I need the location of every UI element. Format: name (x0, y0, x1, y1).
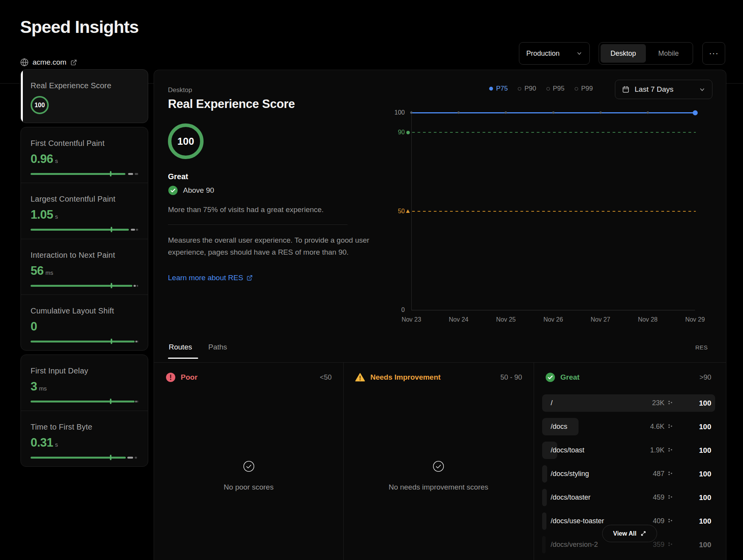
metric-threshold-bar (31, 455, 138, 460)
y-tick-label: 0 (382, 307, 405, 313)
route-row[interactable]: /docs/styling487100 (542, 465, 715, 483)
samples-icon (668, 541, 673, 547)
metric-label: Largest Contentful Paint (31, 195, 138, 204)
route-name: / (551, 399, 553, 407)
legend-dot-icon (546, 87, 550, 91)
x-tick-label: Nov 25 (496, 316, 516, 323)
metric-threshold-bar (31, 227, 138, 232)
bar-value-marker (110, 399, 111, 404)
series-point-dot (457, 111, 460, 114)
route-density-bar (542, 512, 546, 530)
chevron-down-icon (576, 50, 582, 57)
series-point-dot (410, 111, 413, 114)
poor-empty-text: No poor scores (154, 483, 343, 491)
score-value: 100 (177, 135, 194, 147)
p75-series-line (411, 112, 695, 113)
poor-column-range: <50 (320, 373, 332, 382)
external-link-icon (70, 59, 77, 66)
series-point-dot (505, 111, 507, 114)
needs-improvement-column-range: 50 - 90 (500, 373, 522, 382)
main-panel: Desktop Real Experience Score P75P90P95P… (154, 70, 726, 560)
route-row[interactable]: /docs4.6K100 (542, 418, 715, 435)
bar-mid-segment (135, 401, 137, 402)
metric-card-group: First Input Delay3msTime to First Byte0.… (21, 354, 148, 467)
tab-routes[interactable]: Routes (169, 343, 192, 351)
legend-dot-icon (489, 87, 493, 91)
metric-card-group: First Contentful Paint0.96sLargest Conte… (21, 127, 148, 351)
route-row[interactable]: /docs/toaster459100 (542, 489, 715, 506)
y-axis-line (411, 111, 412, 310)
route-name: /docs/toast (551, 446, 584, 454)
needs-improvement-empty-text: No needs improvement scores (343, 483, 534, 491)
bar-value-marker (111, 283, 112, 288)
route-row[interactable]: /23K100 (542, 394, 715, 412)
route-row[interactable]: /docs/toast1.9K100 (542, 442, 715, 459)
device-toggle: DesktopMobile (599, 42, 693, 65)
sidebar-metric-inp[interactable]: Interaction to Next Paint56ms (21, 239, 148, 295)
legend-item-p95[interactable]: P95 (546, 85, 565, 92)
more-button[interactable]: ··· (702, 42, 725, 65)
route-density-bar (542, 536, 546, 553)
x-tick-label: Nov 24 (449, 316, 469, 323)
samples-icon (668, 518, 673, 523)
sidebar-metric-res[interactable]: Real Experience Score100 (21, 70, 148, 123)
series-point-dot (599, 111, 602, 114)
globe-icon (20, 58, 29, 67)
learn-more-link[interactable]: Learn more about RES (168, 274, 253, 282)
bar-end-segment (137, 401, 138, 402)
route-score: 100 (690, 423, 711, 431)
route-score: 100 (690, 541, 711, 549)
sidebar-metric-ttfb[interactable]: Time to First Byte0.31s (21, 411, 148, 467)
bar-mid-segment (128, 173, 134, 175)
legend-item-p99[interactable]: P99 (575, 85, 593, 92)
metric-value: 56ms (31, 264, 138, 278)
samples-icon (668, 400, 673, 405)
sidebar-metric-cls[interactable]: Cumulative Layout Shift0 (21, 295, 148, 350)
needs-improvement-empty-state: No needs improvement scores (343, 461, 534, 491)
environment-select[interactable]: Production (519, 42, 590, 65)
sidebar-metric-lcp[interactable]: Largest Contentful Paint1.05s (21, 183, 148, 238)
x-tick-label: Nov 29 (685, 316, 705, 323)
view-all-label: View All (613, 530, 636, 537)
bar-good-segment (31, 401, 135, 402)
date-range-button[interactable]: Last 7 Days (615, 80, 712, 99)
device-tab-desktop[interactable]: Desktop (601, 44, 646, 63)
percentile-legend: P75P90P95P99 (489, 85, 593, 92)
route-score: 100 (690, 517, 711, 526)
metric-label: Time to First Byte (31, 423, 138, 432)
route-density-bar (542, 394, 715, 412)
chevron-down-icon (699, 86, 705, 93)
route-score: 100 (690, 446, 711, 455)
samples-icon (668, 471, 673, 476)
legend-item-p75[interactable]: P75 (489, 85, 508, 92)
metric-label: First Input Delay (31, 366, 138, 375)
metric-card-group: Real Experience Score100 (21, 69, 148, 123)
alert-triangle-icon (355, 372, 365, 382)
metric-score-ring: 100 (31, 96, 49, 114)
poor-column-title: Poor (181, 373, 197, 382)
sidebar-metric-fcp[interactable]: First Contentful Paint0.96s (21, 127, 148, 183)
bar-value-marker (111, 339, 112, 344)
route-density-bar (542, 465, 547, 483)
needs-improvement-column-title: Needs Improvement (370, 373, 441, 382)
device-tab-mobile[interactable]: Mobile (646, 44, 691, 63)
route-name: /docs/use-toaster (551, 517, 604, 525)
active-tab-indicator (168, 358, 198, 359)
tab-paths[interactable]: Paths (208, 343, 227, 351)
great-column-title: Great (560, 373, 580, 382)
metric-label: First Contentful Paint (31, 139, 138, 148)
great-column-range: >90 (699, 373, 711, 382)
legend-dot-icon (518, 87, 521, 91)
score-ring: 100 (168, 123, 204, 159)
bar-good-segment (31, 229, 129, 231)
site-link[interactable]: acme.com (20, 58, 77, 67)
legend-item-p90[interactable]: P90 (518, 85, 536, 92)
speed-insights-screen: Speed Insights acme.com Production Deskt… (0, 0, 743, 560)
metric-description: Measures the overall user experience. To… (168, 234, 372, 258)
view-all-button[interactable]: View All (602, 525, 657, 542)
page-title: Speed Insights (20, 17, 139, 37)
rating-detail: Above 90 (183, 186, 214, 195)
route-sample-count: 1.9K (650, 446, 664, 454)
y-tick-label: 100 (382, 109, 405, 116)
sidebar-metric-fid[interactable]: First Input Delay3ms (21, 355, 148, 411)
